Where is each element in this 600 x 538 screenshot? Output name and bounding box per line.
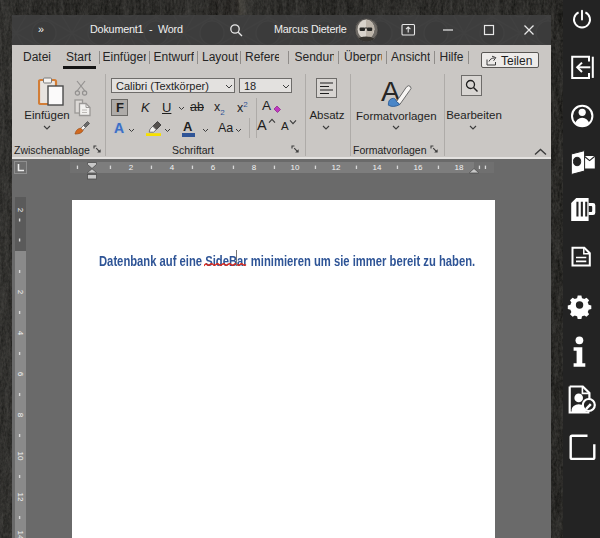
- svg-text:2: 2: [16, 208, 25, 213]
- svg-text:12: 12: [332, 163, 341, 172]
- svg-text:4: 4: [16, 331, 25, 336]
- svg-text:10: 10: [291, 163, 300, 172]
- svg-text:16: 16: [414, 163, 423, 172]
- svg-text:6: 6: [16, 372, 25, 377]
- svg-text:14: 14: [16, 531, 25, 538]
- svg-text:8: 8: [252, 163, 257, 172]
- svg-text:2: 2: [129, 163, 134, 172]
- svg-text:2: 2: [16, 290, 25, 295]
- svg-text:10: 10: [16, 452, 25, 461]
- svg-text:6: 6: [211, 163, 216, 172]
- svg-text:14: 14: [373, 163, 382, 172]
- svg-text:18: 18: [455, 163, 464, 172]
- svg-text:4: 4: [170, 163, 175, 172]
- svg-text:12: 12: [16, 493, 25, 502]
- svg-text:8: 8: [16, 413, 25, 418]
